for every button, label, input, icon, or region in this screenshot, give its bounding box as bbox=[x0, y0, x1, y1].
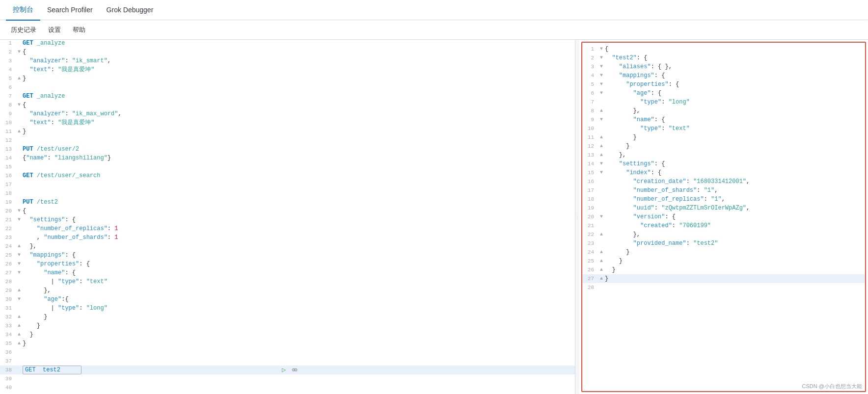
fold-arrow[interactable]: ▼ bbox=[16, 295, 23, 304]
table-row: 10 "text": "我是真爱坤" bbox=[0, 118, 575, 127]
fold-arrow[interactable]: ▲ bbox=[598, 133, 605, 142]
tab-search-profiler[interactable]: Search Profiler bbox=[40, 0, 100, 21]
fold-arrow[interactable]: ▼ bbox=[598, 45, 605, 53]
fold-arrow[interactable]: ▼ bbox=[598, 62, 605, 71]
line-number: 22 bbox=[584, 230, 598, 239]
fold-arrow[interactable]: ▼ bbox=[16, 101, 23, 109]
tab-console[interactable]: 控制台 bbox=[6, 0, 40, 21]
resize-handle[interactable]: ⋮ bbox=[575, 40, 579, 394]
code-content: }, bbox=[605, 106, 863, 115]
top-nav: 控制台 Search Profiler Grok Debugger bbox=[0, 0, 868, 20]
line-number: 4 bbox=[584, 71, 598, 80]
fold-arrow[interactable]: ▲ bbox=[598, 230, 605, 239]
fold-arrow[interactable]: ▼ bbox=[598, 80, 605, 89]
line-settings-button[interactable]: ⚙​⚙ bbox=[290, 366, 298, 374]
table-row: 11▲ } bbox=[582, 133, 865, 142]
code-content: "mappings": { bbox=[605, 71, 863, 80]
fold-arrow[interactable]: ▲ bbox=[16, 313, 23, 321]
table-row: 32▲ } bbox=[0, 313, 575, 321]
fold-arrow[interactable]: ▼ bbox=[598, 159, 605, 168]
code-content: } bbox=[605, 142, 863, 151]
table-row: 7GET _analyze bbox=[0, 92, 575, 101]
fold-arrow[interactable]: ▼ bbox=[16, 207, 23, 215]
fold-arrow[interactable]: ▲ bbox=[16, 242, 23, 251]
code-content: "mappings": { bbox=[23, 251, 573, 260]
line-number: 36 bbox=[2, 348, 16, 357]
fold-arrow[interactable]: ▲ bbox=[598, 151, 605, 159]
fold-arrow[interactable]: ▼ bbox=[598, 71, 605, 80]
fold-arrow[interactable]: ▼ bbox=[598, 89, 605, 98]
fold-arrow[interactable]: ▲ bbox=[598, 265, 605, 274]
fold-arrow[interactable]: ▼ bbox=[16, 48, 23, 56]
table-row: 20▼{ bbox=[0, 207, 575, 215]
code-content: "version": { bbox=[605, 212, 863, 221]
fold-arrow[interactable]: ▲ bbox=[16, 74, 23, 83]
fold-arrow[interactable]: ▲ bbox=[598, 248, 605, 257]
table-row: 19PUT /test2 bbox=[0, 198, 575, 207]
table-row: 25▲ } bbox=[582, 257, 865, 265]
code-content: }, bbox=[605, 151, 863, 159]
line-number: 18 bbox=[584, 195, 598, 204]
line-number: 23 bbox=[584, 239, 598, 248]
fold-arrow[interactable]: ▲ bbox=[16, 339, 23, 348]
line-number: 28 bbox=[584, 283, 598, 292]
line-number: 32 bbox=[2, 313, 16, 321]
fold-arrow[interactable]: ▼ bbox=[16, 215, 23, 224]
line-number: 1 bbox=[2, 40, 16, 48]
fold-arrow[interactable]: ▼ bbox=[598, 168, 605, 177]
line-number: 19 bbox=[584, 204, 598, 212]
code-content: } bbox=[605, 257, 863, 265]
fold-arrow[interactable]: ▲ bbox=[598, 274, 605, 283]
table-row: 19 "uuid": "zQwtpmZZTLmSrOIerWpAZg", bbox=[582, 204, 865, 212]
table-row: 16GET /test/user/_search bbox=[0, 171, 575, 180]
fold-arrow[interactable]: ▲ bbox=[16, 321, 23, 330]
table-row: 17 bbox=[0, 180, 575, 189]
fold-arrow[interactable]: ▲ bbox=[16, 127, 23, 136]
table-row: 24▲ } bbox=[582, 248, 865, 257]
code-content: | "type": "long" bbox=[23, 304, 573, 313]
line-number: 25 bbox=[584, 257, 598, 265]
table-row: 5▼ "properties": { bbox=[582, 80, 865, 89]
table-row: 4▼ "mappings": { bbox=[582, 71, 865, 80]
fold-arrow[interactable]: ▼ bbox=[598, 53, 605, 62]
fold-arrow[interactable]: ▲ bbox=[16, 286, 23, 295]
table-row: 28 | "type": "text" bbox=[0, 277, 575, 286]
active-input[interactable] bbox=[23, 366, 81, 374]
table-row: 31 | "type": "long" bbox=[0, 304, 575, 313]
table-row: 3▼ "aliases": { }, bbox=[582, 62, 865, 71]
table-row: 1GET _analyze bbox=[0, 40, 575, 48]
fold-arrow[interactable]: ▼ bbox=[16, 260, 23, 268]
code-content: GET _analyze bbox=[23, 92, 573, 101]
table-row: 18 bbox=[0, 189, 575, 198]
code-content: "analyzer": "ik_smart", bbox=[23, 56, 573, 65]
tab-grok-debugger[interactable]: Grok Debugger bbox=[100, 0, 161, 21]
code-content: } bbox=[23, 313, 573, 321]
fold-arrow[interactable]: ▲ bbox=[598, 106, 605, 115]
history-button[interactable]: 历史记录 bbox=[6, 24, 41, 36]
line-number: 30 bbox=[2, 295, 16, 304]
fold-arrow[interactable]: ▼ bbox=[16, 268, 23, 277]
run-button[interactable]: ▷ bbox=[280, 366, 288, 374]
code-content: ▷⚙​⚙ bbox=[23, 366, 573, 374]
settings-button[interactable]: 设置 bbox=[43, 24, 66, 36]
fold-arrow[interactable]: ▼ bbox=[598, 115, 605, 124]
fold-arrow[interactable]: ▼ bbox=[16, 251, 23, 260]
fold-arrow[interactable]: ▲ bbox=[16, 330, 23, 339]
line-number: 21 bbox=[2, 215, 16, 224]
code-content: "index": { bbox=[605, 168, 863, 177]
help-button[interactable]: 帮助 bbox=[68, 24, 90, 36]
line-number: 12 bbox=[2, 136, 16, 145]
code-editor[interactable]: 1GET _analyze2▼{3 "analyzer": "ik_smart"… bbox=[0, 40, 575, 394]
code-content: } bbox=[605, 274, 863, 283]
line-number: 22 bbox=[2, 224, 16, 233]
code-content: "settings": { bbox=[605, 159, 863, 168]
code-content: }, bbox=[23, 242, 573, 251]
table-row: 2▼{ bbox=[0, 48, 575, 56]
table-row: 6 bbox=[0, 83, 575, 92]
fold-arrow[interactable]: ▲ bbox=[598, 142, 605, 151]
line-number: 24 bbox=[584, 248, 598, 257]
fold-arrow[interactable]: ▲ bbox=[598, 257, 605, 265]
main-content: 1GET _analyze2▼{3 "analyzer": "ik_smart"… bbox=[0, 40, 868, 394]
line-number: 29 bbox=[2, 286, 16, 295]
fold-arrow[interactable]: ▼ bbox=[598, 212, 605, 221]
